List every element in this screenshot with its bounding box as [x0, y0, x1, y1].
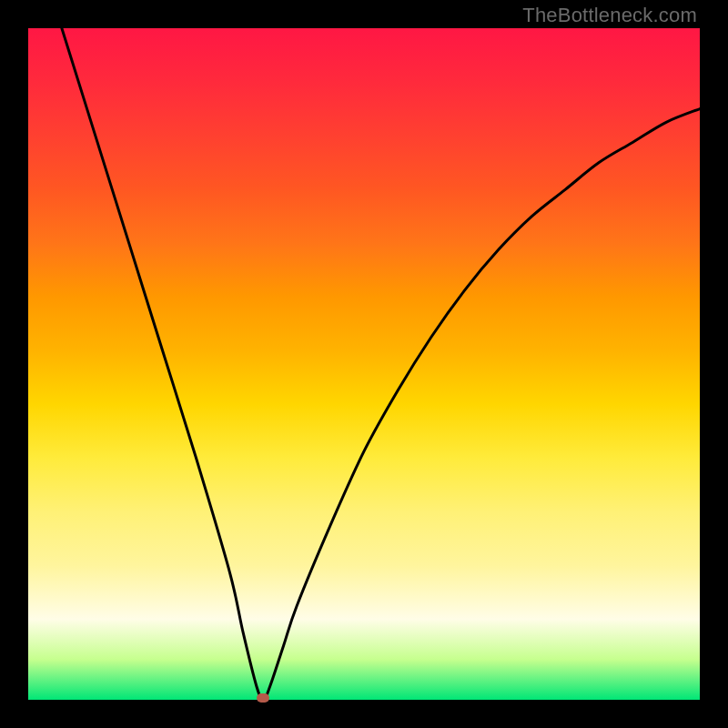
chart-frame: TheBottleneck.com — [0, 0, 728, 728]
bottleneck-curve — [28, 28, 700, 700]
optimal-point-marker — [257, 693, 269, 703]
plot-area — [28, 28, 700, 700]
watermark-text: TheBottleneck.com — [522, 4, 697, 27]
